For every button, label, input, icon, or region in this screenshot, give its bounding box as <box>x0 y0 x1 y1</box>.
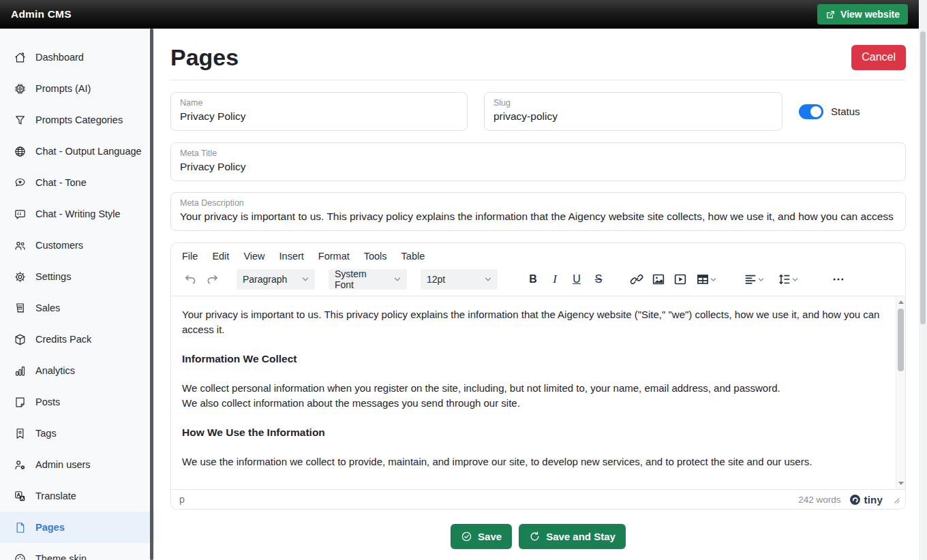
sidebar-item-label: Customers <box>35 240 83 251</box>
chevron-down-icon <box>484 275 492 283</box>
editor-menu-file[interactable]: File <box>178 249 202 263</box>
save-and-stay-label: Save and Stay <box>546 531 616 542</box>
align-left-icon <box>744 273 757 286</box>
sidebar-item-label: Dashboard <box>35 52 84 63</box>
bold-button[interactable]: B <box>523 269 543 290</box>
sidebar-item-label: Admin users <box>35 459 91 470</box>
save-and-stay-button[interactable]: Save and Stay <box>519 524 626 549</box>
editor-content[interactable]: Your privacy is important to us. This pr… <box>171 296 896 489</box>
receipt-icon <box>14 302 27 315</box>
underline-button[interactable]: U <box>567 269 586 290</box>
editor-scrollbar[interactable] <box>896 296 905 489</box>
font-family-select[interactable]: System Font <box>329 269 407 290</box>
editor-menu-edit[interactable]: Edit <box>208 249 233 263</box>
meta-description-label: Meta Description <box>180 198 896 208</box>
sidebar-item-prompts-categories[interactable]: Prompts Categories <box>0 104 155 136</box>
status-toggle[interactable] <box>799 104 823 119</box>
align-button[interactable] <box>740 269 768 290</box>
image-icon <box>652 273 665 286</box>
sidebar-item-chat-tone[interactable]: Chat - Tone <box>0 167 155 198</box>
block-format-select[interactable]: Paragraph <box>237 269 315 290</box>
status-label: Status <box>831 106 860 117</box>
cancel-button[interactable]: Cancel <box>851 45 906 70</box>
sidebar-item-sales[interactable]: Sales <box>0 292 155 324</box>
sidebar-item-translate[interactable]: Translate <box>0 480 155 512</box>
sidebar-item-posts[interactable]: Posts <box>0 386 155 418</box>
name-input[interactable]: Name Privacy Policy <box>170 92 468 131</box>
sidebar-item-tags[interactable]: Tags <box>0 418 155 449</box>
line-height-button[interactable] <box>774 269 802 290</box>
slug-input[interactable]: Slug privacy-policy <box>484 92 782 131</box>
strikethrough-icon: S <box>595 273 603 285</box>
sidebar-scrollbar[interactable] <box>150 29 153 560</box>
sidebar-item-chat-writing-style[interactable]: Chat - Writing Style <box>0 198 155 230</box>
status-control: Status <box>799 104 860 119</box>
globe-icon <box>14 145 27 158</box>
resize-handle[interactable] <box>892 496 900 503</box>
sidebar-item-pages[interactable]: Pages <box>0 512 155 543</box>
editor-menu-tools[interactable]: Tools <box>360 249 391 263</box>
box-icon <box>14 333 27 346</box>
link-button[interactable] <box>627 269 646 290</box>
page-scrollbar[interactable] <box>919 0 927 560</box>
insert-table-button[interactable] <box>693 269 720 290</box>
editor-menu-insert[interactable]: Insert <box>275 249 308 263</box>
bookmark-star-icon <box>14 427 27 440</box>
sidebar-item-customers[interactable]: Customers <box>0 230 155 261</box>
undo-button[interactable] <box>181 269 200 290</box>
editor-scroll-thumb[interactable] <box>898 309 904 371</box>
meta-title-label: Meta Title <box>180 149 896 159</box>
people-icon <box>14 239 27 252</box>
sidebar-item-label: Prompts (AI) <box>35 83 91 94</box>
tiny-brand-link[interactable]: tiny <box>849 494 883 505</box>
scroll-up-arrow[interactable] <box>898 300 904 304</box>
sidebar-item-dashboard[interactable]: Dashboard <box>0 42 155 73</box>
posts-icon <box>14 396 27 409</box>
person-gear-icon <box>14 458 27 471</box>
sidebar-item-chat-output-language[interactable]: Chat - Output Language <box>0 136 155 167</box>
save-button[interactable]: Save <box>451 524 512 549</box>
sidebar-item-settings[interactable]: Settings <box>0 261 155 292</box>
sidebar-item-analytics[interactable]: Analytics <box>0 355 155 386</box>
refresh-icon <box>529 531 541 542</box>
sidebar-item-credits-pack[interactable]: Credits Pack <box>0 324 155 355</box>
page-header: Pages Cancel <box>170 44 906 71</box>
editor-menu-view[interactable]: View <box>239 249 269 263</box>
table-icon <box>696 273 710 286</box>
home-icon <box>14 51 27 64</box>
line-height-icon <box>778 273 791 286</box>
slug-value: privacy-policy <box>493 109 773 124</box>
font-size-select[interactable]: 12pt <box>421 269 498 290</box>
sidebar-item-theme-skin[interactable]: Theme skin <box>0 543 155 560</box>
sidebar-item-prompts-ai[interactable]: Prompts (AI) <box>0 73 155 104</box>
meta-title-input[interactable]: Meta Title Privacy Policy <box>170 142 906 181</box>
page-scroll-thumb[interactable] <box>920 31 926 324</box>
link-icon <box>630 273 643 286</box>
italic-button[interactable]: I <box>545 269 564 290</box>
sidebar-item-label: Chat - Output Language <box>35 146 142 157</box>
meta-description-input[interactable]: Meta Description Your privacy is importa… <box>170 192 906 231</box>
strikethrough-button[interactable]: S <box>589 269 608 290</box>
editor-menubar: FileEditViewInsertFormatToolsTable <box>171 243 905 264</box>
scroll-down-arrow[interactable] <box>898 482 904 485</box>
editor-menu-format[interactable]: Format <box>314 249 354 263</box>
sidebar-item-label: Theme skin <box>35 553 87 560</box>
editor-paragraph: We collect personal information when you… <box>182 381 881 411</box>
sidebar: DashboardPrompts (AI)Prompts CategoriesC… <box>0 29 155 560</box>
editor-menu-table[interactable]: Table <box>397 249 429 263</box>
font-family-value: System Font <box>335 268 388 290</box>
insert-image-button[interactable] <box>649 269 668 290</box>
element-path[interactable]: p <box>179 494 185 505</box>
redo-button[interactable] <box>202 269 222 290</box>
name-slug-row: Name Privacy Policy Slug privacy-policy … <box>170 92 906 131</box>
editor-toolbar: Paragraph System Font 12pt <box>171 264 905 296</box>
sidebar-item-admin-users[interactable]: Admin users <box>0 449 155 480</box>
app-title: Admin CMS <box>11 8 72 20</box>
editor-paragraph: Your privacy is important to us. This pr… <box>182 307 881 337</box>
more-toolbar-button[interactable] <box>829 269 848 290</box>
bold-icon: B <box>529 273 537 285</box>
sidebar-item-label: Pages <box>35 522 65 533</box>
word-count: 242 words <box>798 495 840 505</box>
view-website-button[interactable]: View website <box>817 4 908 25</box>
insert-media-button[interactable] <box>671 269 690 290</box>
